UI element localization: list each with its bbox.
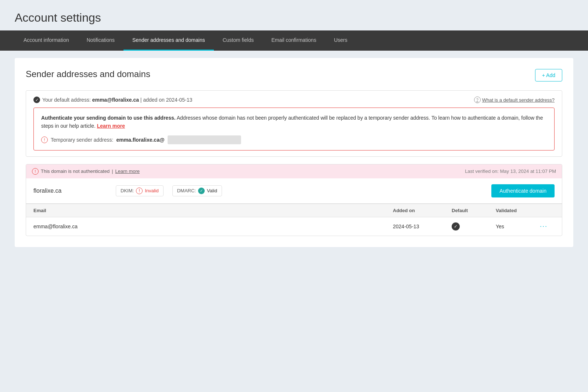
row-added-on: 2024-05-13 (393, 224, 452, 229)
temp-address-row: ! Temporary sender address: emma.florali… (41, 135, 547, 144)
page-title: Account settings (15, 11, 573, 25)
default-email: emma@floralixe.ca (92, 97, 139, 103)
dmarc-valid-icon (198, 188, 205, 194)
not-authenticated-text: This domain is not authenticated (41, 168, 110, 174)
row-validated: Yes (496, 224, 540, 229)
authenticate-domain-button[interactable]: Authenticate domain (491, 184, 555, 197)
tab-custom-fields[interactable]: Custom fields (214, 30, 263, 51)
dkim-badge: DKIM: ! Invalid (116, 185, 164, 196)
last-verified-text: Last verified on: May 13, 2024 at 11:07 … (465, 168, 556, 174)
col-header-default: Default (452, 208, 496, 213)
default-address-header: Your default address: emma@floralixe.ca … (33, 97, 555, 103)
tab-sender-addresses[interactable]: Sender addresses and domains (123, 30, 214, 51)
row-email: emma@floralixe.ca (33, 224, 393, 229)
default-address-prefix: Your default address: (42, 97, 91, 103)
domain-row: floralixe.ca DKIM: ! Invalid DMARC: Vali… (26, 178, 562, 203)
temp-value-box (168, 135, 241, 144)
warning-icon-red: ! (41, 137, 48, 143)
domain-learn-more-link[interactable]: Learn more (115, 168, 140, 174)
col-header-email: Email (33, 208, 393, 213)
tab-notifications[interactable]: Notifications (78, 30, 123, 51)
row-default-icon (452, 222, 460, 231)
default-address-box: Your default address: emma@floralixe.ca … (26, 90, 562, 157)
nav-bar: Account information Notifications Sender… (0, 30, 588, 51)
temp-label: Temporary sender address: (51, 137, 113, 143)
table-row: emma@floralixe.ca 2024-05-13 Yes ··· (26, 217, 562, 236)
warning-bold: Authenticate your sending domain to use … (41, 115, 176, 121)
help-link-text: What is a default sender address? (482, 97, 555, 103)
table-header: Email Added on Default Validated (26, 204, 562, 217)
temp-value: emma.floralixe.ca@ (116, 137, 164, 143)
help-link-wrapper[interactable]: ? What is a default sender address? (474, 97, 555, 103)
domain-name: floralixe.ca (33, 188, 107, 194)
col-header-actions (540, 208, 555, 213)
learn-more-link[interactable]: Learn more (97, 123, 125, 129)
domain-warning-icon: ! (32, 168, 39, 175)
dkim-invalid-icon: ! (136, 188, 143, 194)
card-header: Sender addresses and domains + Add (26, 69, 562, 81)
tab-email-confirmations[interactable]: Email confirmations (263, 30, 325, 51)
warning-text: Authenticate your sending domain to use … (41, 114, 547, 130)
main-card: Sender addresses and domains + Add Your … (15, 58, 573, 247)
nav-tabs: Account information Notifications Sender… (0, 30, 588, 51)
dmarc-badge: DMARC: Valid (172, 185, 222, 196)
add-button[interactable]: + Add (535, 69, 562, 81)
section-title: Sender addresses and domains (26, 69, 150, 79)
dkim-label: DKIM: (121, 188, 134, 193)
tab-account-information[interactable]: Account information (15, 30, 78, 51)
email-table: Email Added on Default Validated emma@fl… (26, 203, 562, 236)
added-on-text: added on 2024-05-13 (143, 97, 192, 103)
domain-section: ! This domain is not authenticated | Lea… (26, 164, 562, 236)
col-header-added-on: Added on (393, 208, 452, 213)
question-icon: ? (474, 97, 481, 103)
row-actions-button[interactable]: ··· (540, 222, 555, 230)
domain-warning-bar: ! This domain is not authenticated | Lea… (26, 164, 562, 178)
check-circle-icon (33, 97, 40, 103)
col-header-validated: Validated (496, 208, 540, 213)
dmarc-label: DMARC: (177, 188, 196, 193)
dkim-status: Invalid (145, 188, 159, 193)
warning-box: Authenticate your sending domain to use … (33, 108, 555, 150)
tab-users[interactable]: Users (325, 30, 356, 51)
domain-warning-left: ! This domain is not authenticated | Lea… (32, 168, 140, 175)
dmarc-status: Valid (207, 188, 217, 193)
default-address-info: Your default address: emma@floralixe.ca … (33, 97, 192, 103)
